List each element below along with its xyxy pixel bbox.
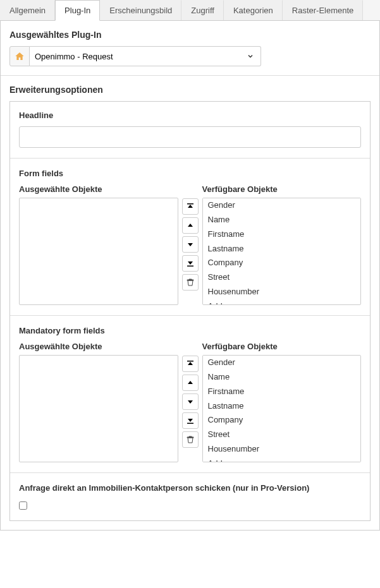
ext-options-panel: Headline Form fields Ausgewählte Objekte xyxy=(9,101,371,521)
move-down-button[interactable] xyxy=(182,236,199,253)
mandatory-available-label: Verfügbare Objekte xyxy=(202,342,362,351)
move-bottom-button[interactable] xyxy=(182,255,199,272)
list-item[interactable]: Housenumber xyxy=(203,285,361,299)
list-item[interactable]: Housenumber xyxy=(203,442,361,457)
form-fields-controls xyxy=(182,184,199,291)
panel-plugin: Ausgewähltes Plug-In Openimmo - Request … xyxy=(0,21,380,531)
list-item[interactable]: Company xyxy=(203,256,361,270)
list-item[interactable]: Company xyxy=(203,413,361,428)
direct-send-label: Anfrage direkt an Immobilien-Kontaktpers… xyxy=(19,483,361,493)
inner-divider xyxy=(10,158,370,159)
mandatory-controls xyxy=(182,342,199,448)
svg-rect-1 xyxy=(187,266,193,267)
tab-erscheinungsbild[interactable]: Erscheinungsbild xyxy=(100,0,181,20)
move-up-button[interactable] xyxy=(182,375,199,391)
ext-options-label: Erweiterungsoptionen xyxy=(9,85,371,95)
mandatory-fields-dual-list: Ausgewählte Objekte Verfügbare Objekte G… xyxy=(19,342,361,462)
move-bottom-button[interactable] xyxy=(182,412,199,429)
home-button[interactable] xyxy=(9,46,30,66)
mandatory-selected-label: Ausgewählte Objekte xyxy=(19,342,178,351)
tab-raster[interactable]: Raster-Elemente xyxy=(283,0,364,20)
list-item[interactable]: Lastname xyxy=(203,399,361,414)
tab-allgemein[interactable]: Allgemein xyxy=(0,0,55,20)
list-item[interactable]: Firstname xyxy=(203,385,361,399)
mandatory-available-list[interactable]: GenderNameFirstnameLastnameCompanyStreet… xyxy=(202,355,362,462)
move-top-button[interactable] xyxy=(182,356,199,372)
form-fields-selected-list[interactable] xyxy=(19,198,178,305)
svg-rect-3 xyxy=(187,423,193,424)
list-item[interactable]: Name xyxy=(203,370,361,385)
tab-zugriff[interactable]: Zugriff xyxy=(181,0,224,20)
list-item[interactable]: Lastname xyxy=(203,242,361,256)
tab-plugin[interactable]: Plug-In xyxy=(55,0,100,21)
divider xyxy=(1,75,379,76)
svg-rect-0 xyxy=(187,203,193,205)
list-item[interactable]: Firstname xyxy=(203,227,361,242)
move-up-button[interactable] xyxy=(182,217,199,234)
mandatory-fields-title: Mandatory form fields xyxy=(19,326,361,335)
plugin-select[interactable]: Openimmo - Request xyxy=(30,46,261,66)
list-item[interactable]: Street xyxy=(203,270,361,285)
inner-divider-3 xyxy=(10,472,370,473)
list-item[interactable]: Name xyxy=(203,213,361,227)
tab-kategorien[interactable]: Kategorien xyxy=(224,0,283,20)
inner-divider-2 xyxy=(10,315,370,316)
list-item[interactable]: Address xyxy=(203,457,361,462)
delete-button[interactable] xyxy=(182,274,199,291)
headline-input[interactable] xyxy=(19,126,361,148)
form-fields-selected-label: Ausgewählte Objekte xyxy=(19,184,178,194)
delete-button[interactable] xyxy=(182,431,199,448)
headline-label: Headline xyxy=(19,111,361,120)
selected-plugin-label: Ausgewähltes Plug-In xyxy=(9,30,371,40)
home-icon xyxy=(15,51,25,61)
form-fields-dual-list: Ausgewählte Objekte Verfügbare Objekte G… xyxy=(19,184,361,305)
move-top-button[interactable] xyxy=(182,198,199,215)
form-fields-available-list[interactable]: GenderNameFirstnameLastnameCompanyStreet… xyxy=(202,198,362,305)
form-fields-available-label: Verfügbare Objekte xyxy=(202,184,362,194)
list-item[interactable]: Gender xyxy=(203,198,361,213)
trash-icon xyxy=(187,436,194,443)
direct-send-checkbox[interactable] xyxy=(19,501,27,510)
list-item[interactable]: Street xyxy=(203,428,361,442)
form-fields-title: Form fields xyxy=(19,169,361,178)
list-item[interactable]: Gender xyxy=(203,356,361,370)
svg-rect-2 xyxy=(187,361,193,362)
trash-icon xyxy=(187,279,194,286)
list-item[interactable]: Address xyxy=(203,299,361,305)
mandatory-selected-list[interactable] xyxy=(19,355,178,462)
move-down-button[interactable] xyxy=(182,393,199,410)
plugin-row: Openimmo - Request xyxy=(9,46,371,66)
tab-bar: Allgemein Plug-In Erscheinungsbild Zugri… xyxy=(0,0,380,21)
